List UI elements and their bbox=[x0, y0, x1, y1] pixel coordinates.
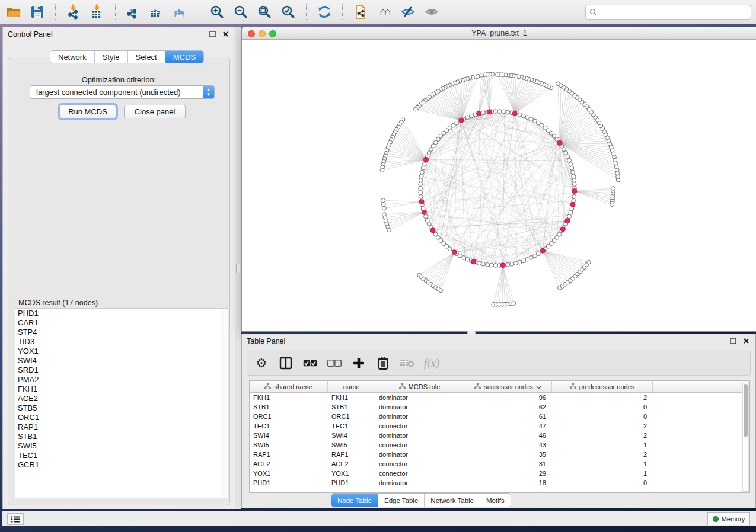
zoom-out-icon[interactable] bbox=[232, 3, 250, 21]
zoom-selected-icon[interactable] bbox=[279, 3, 297, 21]
cell-name: RAP1 bbox=[328, 450, 375, 459]
network-window-titlebar[interactable]: YPA_prune.txt_1 bbox=[242, 27, 756, 40]
memory-button[interactable]: Memory bbox=[707, 512, 750, 525]
table-scrollbar[interactable] bbox=[742, 382, 749, 492]
delete-column-icon[interactable] bbox=[376, 356, 390, 370]
splitter-grip[interactable] bbox=[236, 264, 240, 273]
mcds-result-item[interactable]: SRD1 bbox=[15, 366, 228, 375]
tab-network[interactable]: Network bbox=[50, 51, 95, 63]
shared-column-icon bbox=[570, 383, 576, 390]
mcds-result-item[interactable]: SWI4 bbox=[15, 356, 228, 366]
cell-predecessors: 1 bbox=[552, 440, 653, 450]
float-table-panel-icon[interactable] bbox=[728, 336, 738, 346]
mcds-result-item[interactable]: YOX1 bbox=[15, 347, 228, 356]
network-window-title: YPA_prune.txt_1 bbox=[471, 29, 527, 37]
import-table-icon[interactable] bbox=[88, 3, 106, 21]
export-image-icon[interactable] bbox=[172, 3, 190, 21]
close-table-panel-icon[interactable] bbox=[741, 336, 751, 346]
mcds-result-item[interactable]: ORC1 bbox=[15, 413, 228, 422]
table-row[interactable]: SWI5SWI5connector431 bbox=[250, 440, 749, 450]
zoom-fit-icon[interactable] bbox=[256, 3, 273, 21]
tab-edge-table[interactable]: Edge Table bbox=[378, 494, 425, 507]
table-row[interactable]: TEC1TEC1connector472 bbox=[250, 421, 749, 431]
export-network-icon[interactable] bbox=[125, 3, 142, 21]
mcds-result-item[interactable]: STB1 bbox=[15, 432, 228, 441]
mcds-result-item[interactable]: STP4 bbox=[15, 328, 228, 337]
mcds-list-scrollbar[interactable] bbox=[221, 309, 228, 498]
minimize-window-icon[interactable] bbox=[259, 30, 266, 37]
table-row[interactable]: YOX1YOX1connector291 bbox=[250, 469, 749, 478]
table-scrollbar-thumb[interactable] bbox=[744, 384, 748, 437]
table-row[interactable]: ORC1ORC1dominator610 bbox=[250, 412, 749, 421]
deselect-all-rows-icon[interactable] bbox=[327, 356, 342, 370]
table-settings-icon[interactable]: ⚙ bbox=[254, 356, 269, 370]
run-mcds-button[interactable]: Run MCDS bbox=[59, 105, 116, 118]
column-panel-icon[interactable] bbox=[279, 356, 293, 370]
network-canvas[interactable] bbox=[242, 40, 756, 331]
table-row[interactable]: ACE2ACE2connector311 bbox=[250, 459, 749, 469]
zoom-in-icon[interactable] bbox=[208, 3, 226, 21]
float-panel-icon[interactable] bbox=[208, 30, 217, 39]
mcds-result-item[interactable]: RAP1 bbox=[15, 422, 228, 432]
mcds-result-item[interactable]: PHD1 bbox=[15, 309, 228, 318]
shared-column-icon bbox=[399, 383, 406, 390]
panel-splitter[interactable] bbox=[235, 27, 241, 509]
status-bar: Memory bbox=[2, 511, 756, 526]
mcds-result-item[interactable]: SWI5 bbox=[15, 441, 228, 451]
first-neighbors-icon[interactable]: ⌂⌂ bbox=[375, 3, 393, 21]
mcds-result-list[interactable]: PHD1CAR1STP4TID3YOX1SWI4SRD1PMA2FKH1ACE2… bbox=[15, 308, 228, 498]
select-all-rows-icon[interactable] bbox=[303, 356, 317, 370]
tab-style[interactable]: Style bbox=[95, 51, 128, 63]
save-session-icon[interactable] bbox=[28, 3, 46, 21]
new-network-from-selection-icon[interactable] bbox=[352, 3, 369, 21]
mcds-result-item[interactable]: GCR1 bbox=[15, 460, 228, 470]
mcds-result-item[interactable]: STB5 bbox=[15, 403, 228, 413]
tab-mcds[interactable]: MCDS bbox=[165, 51, 203, 63]
mcds-result-item[interactable]: PMA2 bbox=[15, 375, 228, 384]
tab-motifs[interactable]: Motifs bbox=[480, 494, 511, 507]
import-network-icon[interactable] bbox=[65, 3, 82, 21]
column-header-predecessor-nodes[interactable]: predecessor nodes bbox=[552, 381, 653, 392]
close-mcds-panel-button[interactable]: Close panel bbox=[124, 105, 186, 118]
cell-name: STB1 bbox=[328, 402, 375, 412]
add-column-icon[interactable] bbox=[352, 356, 366, 370]
optimization-criterion-select[interactable]: largest connected component (undirected)… bbox=[30, 85, 215, 99]
tab-node-table[interactable]: Node Table bbox=[331, 494, 378, 507]
close-panel-icon[interactable] bbox=[221, 30, 230, 39]
show-all-icon[interactable] bbox=[423, 3, 441, 21]
mcds-result-item[interactable]: TID3 bbox=[15, 337, 228, 347]
mcds-result-item[interactable]: TEC1 bbox=[15, 451, 228, 460]
column-header-name[interactable]: name bbox=[328, 381, 375, 392]
shared-column-icon bbox=[264, 383, 271, 390]
cell-name: SWI5 bbox=[328, 440, 375, 450]
maximize-window-icon[interactable] bbox=[269, 30, 276, 37]
search-input[interactable] bbox=[597, 8, 747, 16]
cell-role: connector bbox=[375, 469, 464, 478]
tab-select[interactable]: Select bbox=[128, 51, 165, 63]
mcds-result-item[interactable]: CAR1 bbox=[15, 318, 228, 328]
column-header-shared-name[interactable]: shared name bbox=[250, 381, 328, 392]
open-network-file-icon[interactable] bbox=[5, 3, 23, 21]
table-row[interactable]: SWI4SWI4dominator462 bbox=[250, 431, 749, 440]
hide-selected-icon[interactable] bbox=[399, 3, 417, 21]
table-row[interactable]: PHD1PHD1dominator180 bbox=[250, 478, 749, 488]
cell-role: connector bbox=[375, 459, 464, 469]
task-history-button[interactable] bbox=[7, 513, 24, 525]
export-table-icon[interactable] bbox=[148, 3, 166, 21]
mcds-result-item[interactable]: ACE2 bbox=[15, 394, 228, 403]
apply-layout-icon[interactable] bbox=[315, 3, 333, 21]
search-box[interactable] bbox=[585, 5, 751, 20]
table-row[interactable]: RAP1RAP1dominator352 bbox=[250, 450, 749, 459]
close-window-icon[interactable] bbox=[248, 30, 255, 37]
mcds-result-item[interactable]: FKH1 bbox=[15, 384, 228, 394]
column-header-MCDS-role[interactable]: MCDS role bbox=[375, 381, 464, 392]
table-panel-title: Table Panel bbox=[247, 337, 285, 345]
table-row[interactable]: STB1STB1dominator620 bbox=[250, 402, 749, 412]
cell-successors: 61 bbox=[464, 412, 552, 421]
table-row[interactable]: FKH1FKH1dominator962 bbox=[250, 393, 749, 402]
tab-network-table[interactable]: Network Table bbox=[425, 494, 480, 507]
column-header-successor-nodes[interactable]: successor nodes bbox=[464, 381, 552, 392]
sort-desc-icon bbox=[536, 383, 541, 390]
delete-table-icon bbox=[400, 356, 414, 370]
cell-successors: 62 bbox=[464, 402, 552, 412]
